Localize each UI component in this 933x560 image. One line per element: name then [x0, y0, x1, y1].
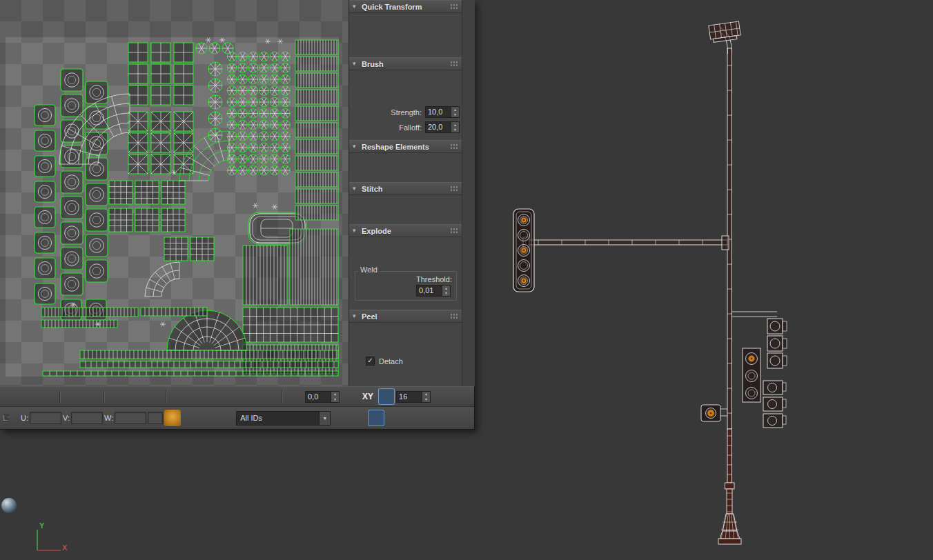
freeform-mode-icon[interactable] — [3, 388, 19, 405]
soft-selection-spinner[interactable]: 0,0 — [305, 391, 340, 403]
dropdown-arrow-icon[interactable] — [319, 412, 330, 425]
stitch-custom-icon[interactable] — [361, 199, 380, 217]
strength-value[interactable]: 10,0 — [425, 106, 451, 118]
spinner-down-icon[interactable] — [451, 112, 459, 118]
grid-size-value[interactable]: 16 — [396, 391, 422, 403]
rotate-cw-icon[interactable] — [404, 33, 421, 50]
spinner-down-icon[interactable] — [422, 397, 430, 402]
relax-brush-icon[interactable] — [413, 77, 435, 99]
v-field[interactable] — [71, 412, 103, 424]
spinner-up-icon[interactable] — [451, 107, 459, 112]
align-horizontal-icon[interactable] — [109, 388, 126, 405]
spinner-up-icon[interactable] — [331, 392, 339, 397]
spinner-arrows[interactable] — [422, 391, 431, 403]
relax-link-icon[interactable] — [261, 388, 277, 405]
space-down-icon[interactable] — [423, 33, 440, 50]
spinner-arrows[interactable] — [331, 391, 340, 403]
material-sphere-icon[interactable] — [1, 498, 17, 513]
spinner-down-icon[interactable] — [451, 128, 459, 133]
paint-move-brush-icon[interactable] — [225, 388, 242, 405]
spinner-arrows[interactable] — [451, 106, 460, 118]
reshape-cube-icon[interactable] — [396, 157, 415, 174]
weld-target-icon[interactable] — [380, 278, 397, 294]
brush-falloff-line-icon[interactable] — [351, 109, 373, 131]
uv-canvas[interactable] — [0, 0, 348, 386]
spinner-arrows[interactable] — [451, 121, 460, 133]
move-selected-icon[interactable] — [21, 388, 37, 405]
break-by-face-icon[interactable] — [397, 241, 414, 257]
reshape-cube-2-icon[interactable] — [424, 157, 443, 174]
panel-scroll-gutter[interactable] — [462, 0, 475, 386]
uvw-gizmo-icon[interactable] — [3, 410, 19, 426]
rollout-header-stitch[interactable]: Stitch — [349, 182, 462, 195]
space-down-2-icon[interactable] — [442, 33, 458, 50]
spinner-up-icon[interactable] — [422, 392, 430, 397]
falloff-value[interactable]: 20,0 — [425, 121, 451, 133]
rectangular-select-icon[interactable] — [65, 388, 81, 405]
align-anchor-icon[interactable] — [353, 17, 370, 33]
soft-selection-value[interactable]: 0,0 — [305, 391, 331, 403]
break-by-vertex-icon[interactable] — [360, 241, 377, 257]
pelt-map-icon[interactable] — [426, 328, 449, 350]
soft-selection-icon[interactable] — [287, 388, 304, 405]
falloff-spinner[interactable]: 20,0 — [425, 121, 460, 133]
align-to-edge-icon[interactable] — [189, 388, 206, 405]
element-mode-icon[interactable] — [39, 388, 55, 405]
zoom-extents-icon[interactable] — [386, 410, 402, 426]
spinner-up-icon[interactable] — [442, 286, 450, 291]
rollout-header-quick-transform[interactable]: Quick Transform — [349, 0, 462, 13]
detach-checkbox[interactable] — [366, 357, 375, 366]
weld-selected-icon[interactable] — [359, 278, 375, 294]
fern-icon[interactable] — [1, 458, 17, 476]
space-vertical-icon[interactable] — [171, 388, 188, 405]
falloff-space-label[interactable]: XY — [362, 392, 373, 401]
document-icon[interactable] — [1, 520, 17, 538]
break-by-edge-icon[interactable] — [379, 241, 395, 257]
linear-align-icon[interactable] — [145, 388, 161, 405]
spinner-arrows[interactable] — [442, 285, 451, 297]
space-up-2-icon[interactable] — [446, 17, 462, 33]
freeze-icon[interactable] — [218, 410, 235, 426]
lock-selection-icon[interactable] — [164, 410, 181, 426]
spinner-down-icon[interactable] — [442, 291, 450, 297]
stitch-target-icon[interactable] — [431, 199, 451, 217]
align-vertical-icon[interactable] — [127, 388, 144, 405]
strength-spinner[interactable]: 10,0 — [425, 106, 460, 118]
move-vertical-icon[interactable] — [367, 33, 384, 50]
stitch-average-icon[interactable] — [384, 199, 404, 217]
zoom-region-icon[interactable] — [368, 410, 384, 426]
grid-snap-icon[interactable] — [378, 388, 395, 405]
flatten-by-smoothing-icon[interactable] — [416, 241, 433, 257]
falloff-curve-icon[interactable] — [341, 388, 357, 405]
relax-rings-icon[interactable] — [243, 388, 259, 405]
threshold-value[interactable]: 0,01 — [416, 285, 442, 297]
rollout-header-brush[interactable]: Brush — [349, 57, 462, 70]
paint-brush-icon[interactable] — [377, 77, 399, 99]
rollout-header-explode[interactable]: Explode — [349, 224, 462, 237]
align-to-corner-icon[interactable] — [207, 388, 224, 405]
spinner-down-icon[interactable] — [331, 397, 339, 402]
stitch-source-icon[interactable] — [408, 199, 427, 217]
align-bars-icon[interactable] — [391, 17, 407, 33]
grass-icon[interactable] — [1, 433, 17, 451]
grid-size-spinner[interactable]: 16 — [396, 391, 431, 403]
u-field[interactable] — [30, 412, 61, 424]
material-id-dropdown[interactable]: All IDs — [236, 411, 331, 426]
reshape-grid-icon[interactable] — [369, 157, 388, 174]
revert-zoom-icon[interactable] — [404, 410, 420, 426]
peel-mode-icon[interactable] — [395, 328, 417, 350]
space-up-icon[interactable] — [428, 17, 444, 33]
spinner-up-icon[interactable] — [451, 122, 459, 128]
w-field[interactable] — [115, 412, 146, 424]
rotate-ccw-icon[interactable] — [409, 17, 426, 33]
paint-select-icon[interactable] — [83, 388, 99, 405]
rollout-header-peel[interactable]: Peel — [349, 310, 462, 323]
move-horizontal-icon[interactable] — [372, 17, 389, 33]
flatten-by-material-icon[interactable] — [435, 241, 451, 257]
l-field[interactable] — [148, 412, 163, 424]
align-diamond-icon[interactable] — [386, 33, 402, 50]
threshold-spinner[interactable]: 0,01 — [416, 285, 451, 297]
quick-peel-icon[interactable] — [363, 328, 385, 350]
pick-tool-icon[interactable] — [182, 410, 199, 426]
rollout-header-reshape[interactable]: Reshape Elements — [349, 140, 462, 153]
